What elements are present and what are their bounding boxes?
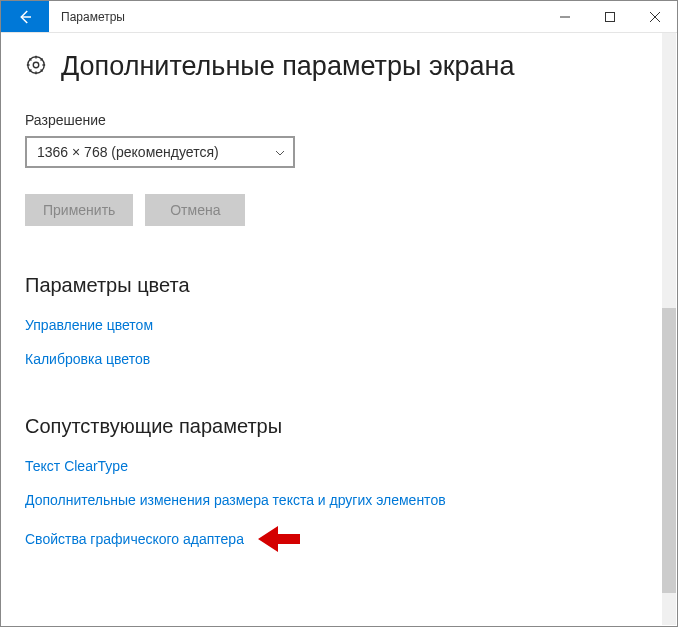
maximize-button[interactable]	[587, 1, 632, 32]
cleartype-link[interactable]: Текст ClearType	[25, 458, 128, 474]
window-title: Параметры	[49, 1, 542, 32]
window-controls	[542, 1, 677, 32]
minimize-button[interactable]	[542, 1, 587, 32]
page-header: Дополнительные параметры экрана	[25, 51, 653, 82]
content-area: Дополнительные параметры экрана Разрешен…	[1, 33, 677, 626]
resolution-dropdown[interactable]: 1366 × 768 (рекомендуется)	[25, 136, 295, 168]
cancel-button[interactable]: Отмена	[145, 194, 245, 226]
related-section-title: Сопутствующие параметры	[25, 415, 653, 438]
resolution-label: Разрешение	[25, 112, 653, 128]
svg-rect-1	[605, 12, 614, 21]
adapter-properties-link[interactable]: Свойства графического адаптера	[25, 531, 244, 547]
back-button[interactable]	[1, 1, 49, 32]
color-section-title: Параметры цвета	[25, 274, 653, 297]
resolution-value: 1366 × 768 (рекомендуется)	[37, 144, 219, 160]
page-title: Дополнительные параметры экрана	[61, 51, 514, 82]
gear-icon	[25, 54, 47, 80]
color-management-link[interactable]: Управление цветом	[25, 317, 153, 333]
chevron-down-icon	[275, 146, 285, 158]
color-calibration-link[interactable]: Калибровка цветов	[25, 351, 150, 367]
text-size-link[interactable]: Дополнительные изменения размера текста …	[25, 492, 446, 508]
titlebar: Параметры	[1, 1, 677, 33]
apply-button[interactable]: Применить	[25, 194, 133, 226]
button-row: Применить Отмена	[25, 194, 653, 226]
svg-point-4	[33, 62, 39, 68]
red-arrow-icon	[258, 526, 300, 552]
close-button[interactable]	[632, 1, 677, 32]
svg-point-5	[28, 56, 45, 73]
